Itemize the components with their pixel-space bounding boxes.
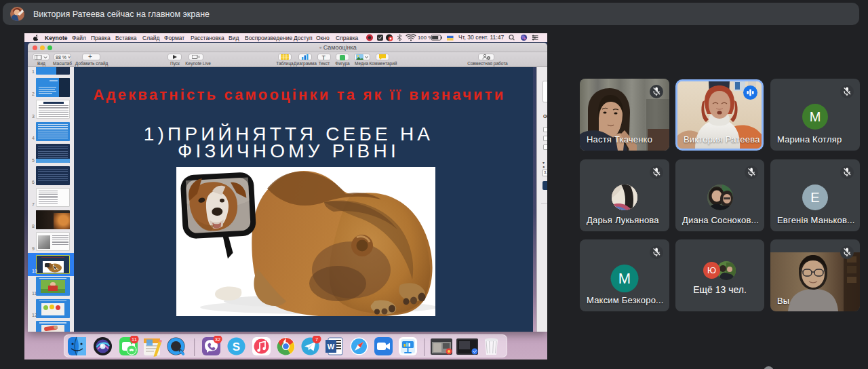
svg-text:100 %: 100 % (418, 35, 433, 41)
svg-text:S: S (233, 341, 240, 353)
svg-text:7: 7 (315, 336, 318, 343)
svg-text:Чт, 30 сент. 11:47: Чт, 30 сент. 11:47 (458, 34, 504, 41)
svg-text:W: W (328, 343, 335, 351)
svg-text:11: 11 (132, 336, 137, 343)
svg-text:32: 32 (215, 336, 220, 343)
